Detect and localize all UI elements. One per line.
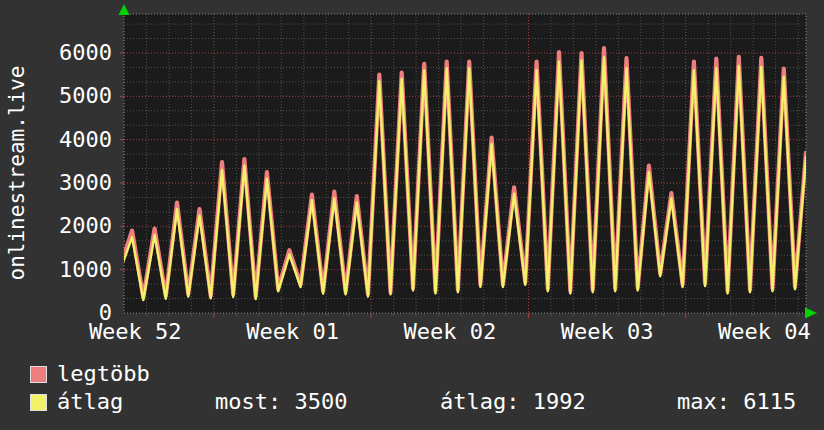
series-legtöbb — [110, 48, 806, 297]
x-tick-label: Week 02 — [370, 320, 530, 344]
legend-swatch — [30, 366, 47, 383]
x-tick-label: Week 04 — [684, 320, 824, 344]
y-tick-label: 3000 — [0, 170, 112, 196]
y-tick-label: 6000 — [0, 40, 112, 66]
plot-border — [124, 14, 806, 313]
y-tick-label: 2000 — [0, 213, 112, 239]
legend-swatch — [30, 394, 47, 411]
stat-separator: : — [717, 389, 744, 414]
stat-label: most — [215, 389, 268, 414]
stat-label: átlag — [440, 389, 506, 414]
stat-value: 1992 — [533, 389, 586, 414]
stat-separator: : — [506, 389, 533, 414]
y-tick-label: 1000 — [0, 257, 112, 283]
y-tick-label: 4000 — [0, 127, 112, 153]
stat-item: átlag: 1992 — [440, 390, 586, 414]
x-tick-label: Week 52 — [55, 320, 215, 344]
up-arrow-icon — [119, 4, 130, 15]
chart-plot-area — [124, 14, 806, 313]
x-tick-label: Week 01 — [213, 320, 373, 344]
series-átlag — [110, 57, 806, 300]
stat-item: max: 6115 — [677, 390, 796, 414]
stat-value: 6115 — [743, 389, 796, 414]
stat-label: max — [677, 389, 717, 414]
series-group — [110, 48, 806, 300]
app-background: onlinestream.live 0100020003000400050006… — [0, 0, 824, 430]
legend-label: átlag — [57, 390, 123, 414]
right-arrow-icon — [805, 308, 817, 319]
legend-item: legtöbb — [30, 362, 150, 386]
stat-value: 3500 — [294, 389, 347, 414]
legend-item: átlag — [30, 390, 123, 414]
stat-separator: : — [268, 389, 295, 414]
x-tick-label: Week 03 — [527, 320, 687, 344]
legend-label: legtöbb — [57, 362, 150, 386]
y-tick-label: 5000 — [0, 83, 112, 109]
stat-item: most: 3500 — [215, 390, 347, 414]
